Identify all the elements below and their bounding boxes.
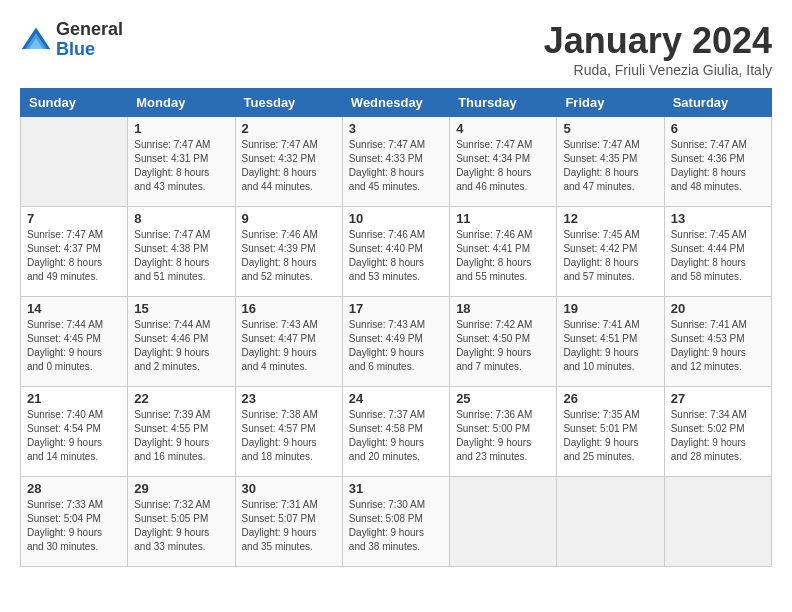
day-info: Sunrise: 7:47 AMSunset: 4:37 PMDaylight:… — [27, 228, 121, 284]
day-info: Sunrise: 7:41 AMSunset: 4:51 PMDaylight:… — [563, 318, 657, 374]
logo-blue: Blue — [56, 39, 95, 59]
day-number: 13 — [671, 211, 765, 226]
calendar-week-row: 21Sunrise: 7:40 AMSunset: 4:54 PMDayligh… — [21, 387, 772, 477]
day-info: Sunrise: 7:47 AMSunset: 4:35 PMDaylight:… — [563, 138, 657, 194]
day-number: 26 — [563, 391, 657, 406]
calendar-cell: 15Sunrise: 7:44 AMSunset: 4:46 PMDayligh… — [128, 297, 235, 387]
weekday-header: Wednesday — [342, 89, 449, 117]
calendar-cell: 28Sunrise: 7:33 AMSunset: 5:04 PMDayligh… — [21, 477, 128, 567]
day-info: Sunrise: 7:45 AMSunset: 4:42 PMDaylight:… — [563, 228, 657, 284]
calendar-cell: 9Sunrise: 7:46 AMSunset: 4:39 PMDaylight… — [235, 207, 342, 297]
day-number: 11 — [456, 211, 550, 226]
day-number: 14 — [27, 301, 121, 316]
day-number: 25 — [456, 391, 550, 406]
calendar-cell: 21Sunrise: 7:40 AMSunset: 4:54 PMDayligh… — [21, 387, 128, 477]
day-info: Sunrise: 7:43 AMSunset: 4:47 PMDaylight:… — [242, 318, 336, 374]
calendar-cell: 20Sunrise: 7:41 AMSunset: 4:53 PMDayligh… — [664, 297, 771, 387]
calendar-cell — [21, 117, 128, 207]
weekday-header: Saturday — [664, 89, 771, 117]
day-number: 9 — [242, 211, 336, 226]
day-info: Sunrise: 7:47 AMSunset: 4:32 PMDaylight:… — [242, 138, 336, 194]
day-info: Sunrise: 7:37 AMSunset: 4:58 PMDaylight:… — [349, 408, 443, 464]
calendar-cell: 5Sunrise: 7:47 AMSunset: 4:35 PMDaylight… — [557, 117, 664, 207]
calendar-cell: 14Sunrise: 7:44 AMSunset: 4:45 PMDayligh… — [21, 297, 128, 387]
calendar-cell: 26Sunrise: 7:35 AMSunset: 5:01 PMDayligh… — [557, 387, 664, 477]
calendar-cell: 23Sunrise: 7:38 AMSunset: 4:57 PMDayligh… — [235, 387, 342, 477]
day-info: Sunrise: 7:39 AMSunset: 4:55 PMDaylight:… — [134, 408, 228, 464]
day-info: Sunrise: 7:46 AMSunset: 4:39 PMDaylight:… — [242, 228, 336, 284]
day-info: Sunrise: 7:47 AMSunset: 4:34 PMDaylight:… — [456, 138, 550, 194]
day-info: Sunrise: 7:32 AMSunset: 5:05 PMDaylight:… — [134, 498, 228, 554]
calendar-cell: 11Sunrise: 7:46 AMSunset: 4:41 PMDayligh… — [450, 207, 557, 297]
day-number: 24 — [349, 391, 443, 406]
day-info: Sunrise: 7:31 AMSunset: 5:07 PMDaylight:… — [242, 498, 336, 554]
calendar-cell: 13Sunrise: 7:45 AMSunset: 4:44 PMDayligh… — [664, 207, 771, 297]
day-info: Sunrise: 7:38 AMSunset: 4:57 PMDaylight:… — [242, 408, 336, 464]
day-number: 7 — [27, 211, 121, 226]
calendar-week-row: 14Sunrise: 7:44 AMSunset: 4:45 PMDayligh… — [21, 297, 772, 387]
calendar-cell: 31Sunrise: 7:30 AMSunset: 5:08 PMDayligh… — [342, 477, 449, 567]
location-subtitle: Ruda, Friuli Venezia Giulia, Italy — [544, 62, 772, 78]
day-number: 2 — [242, 121, 336, 136]
day-info: Sunrise: 7:44 AMSunset: 4:45 PMDaylight:… — [27, 318, 121, 374]
day-info: Sunrise: 7:46 AMSunset: 4:41 PMDaylight:… — [456, 228, 550, 284]
day-number: 10 — [349, 211, 443, 226]
day-info: Sunrise: 7:47 AMSunset: 4:33 PMDaylight:… — [349, 138, 443, 194]
weekday-header: Tuesday — [235, 89, 342, 117]
calendar-week-row: 7Sunrise: 7:47 AMSunset: 4:37 PMDaylight… — [21, 207, 772, 297]
calendar-cell: 17Sunrise: 7:43 AMSunset: 4:49 PMDayligh… — [342, 297, 449, 387]
calendar-cell: 18Sunrise: 7:42 AMSunset: 4:50 PMDayligh… — [450, 297, 557, 387]
day-number: 15 — [134, 301, 228, 316]
day-number: 1 — [134, 121, 228, 136]
calendar-cell: 8Sunrise: 7:47 AMSunset: 4:38 PMDaylight… — [128, 207, 235, 297]
calendar-cell: 27Sunrise: 7:34 AMSunset: 5:02 PMDayligh… — [664, 387, 771, 477]
calendar-cell: 7Sunrise: 7:47 AMSunset: 4:37 PMDaylight… — [21, 207, 128, 297]
day-number: 27 — [671, 391, 765, 406]
calendar-cell: 19Sunrise: 7:41 AMSunset: 4:51 PMDayligh… — [557, 297, 664, 387]
calendar-cell: 22Sunrise: 7:39 AMSunset: 4:55 PMDayligh… — [128, 387, 235, 477]
calendar-cell: 4Sunrise: 7:47 AMSunset: 4:34 PMDaylight… — [450, 117, 557, 207]
day-info: Sunrise: 7:46 AMSunset: 4:40 PMDaylight:… — [349, 228, 443, 284]
day-number: 8 — [134, 211, 228, 226]
day-info: Sunrise: 7:47 AMSunset: 4:36 PMDaylight:… — [671, 138, 765, 194]
calendar-cell: 10Sunrise: 7:46 AMSunset: 4:40 PMDayligh… — [342, 207, 449, 297]
calendar-cell: 1Sunrise: 7:47 AMSunset: 4:31 PMDaylight… — [128, 117, 235, 207]
calendar-cell: 12Sunrise: 7:45 AMSunset: 4:42 PMDayligh… — [557, 207, 664, 297]
day-info: Sunrise: 7:45 AMSunset: 4:44 PMDaylight:… — [671, 228, 765, 284]
day-info: Sunrise: 7:33 AMSunset: 5:04 PMDaylight:… — [27, 498, 121, 554]
calendar-cell: 2Sunrise: 7:47 AMSunset: 4:32 PMDaylight… — [235, 117, 342, 207]
day-number: 29 — [134, 481, 228, 496]
title-block: January 2024 Ruda, Friuli Venezia Giulia… — [544, 20, 772, 78]
calendar-cell: 29Sunrise: 7:32 AMSunset: 5:05 PMDayligh… — [128, 477, 235, 567]
weekday-header-row: SundayMondayTuesdayWednesdayThursdayFrid… — [21, 89, 772, 117]
day-info: Sunrise: 7:47 AMSunset: 4:38 PMDaylight:… — [134, 228, 228, 284]
day-number: 31 — [349, 481, 443, 496]
calendar-cell: 3Sunrise: 7:47 AMSunset: 4:33 PMDaylight… — [342, 117, 449, 207]
day-info: Sunrise: 7:44 AMSunset: 4:46 PMDaylight:… — [134, 318, 228, 374]
day-number: 22 — [134, 391, 228, 406]
day-number: 20 — [671, 301, 765, 316]
day-info: Sunrise: 7:35 AMSunset: 5:01 PMDaylight:… — [563, 408, 657, 464]
calendar-cell — [557, 477, 664, 567]
calendar-cell: 16Sunrise: 7:43 AMSunset: 4:47 PMDayligh… — [235, 297, 342, 387]
day-number: 16 — [242, 301, 336, 316]
day-number: 3 — [349, 121, 443, 136]
day-number: 12 — [563, 211, 657, 226]
logo-general: General — [56, 19, 123, 39]
weekday-header: Thursday — [450, 89, 557, 117]
day-info: Sunrise: 7:34 AMSunset: 5:02 PMDaylight:… — [671, 408, 765, 464]
day-number: 21 — [27, 391, 121, 406]
calendar-cell — [450, 477, 557, 567]
weekday-header: Friday — [557, 89, 664, 117]
calendar-table: SundayMondayTuesdayWednesdayThursdayFrid… — [20, 88, 772, 567]
day-info: Sunrise: 7:43 AMSunset: 4:49 PMDaylight:… — [349, 318, 443, 374]
logo-icon — [20, 24, 52, 56]
calendar-week-row: 28Sunrise: 7:33 AMSunset: 5:04 PMDayligh… — [21, 477, 772, 567]
calendar-cell: 25Sunrise: 7:36 AMSunset: 5:00 PMDayligh… — [450, 387, 557, 477]
day-info: Sunrise: 7:40 AMSunset: 4:54 PMDaylight:… — [27, 408, 121, 464]
day-info: Sunrise: 7:41 AMSunset: 4:53 PMDaylight:… — [671, 318, 765, 374]
day-number: 30 — [242, 481, 336, 496]
month-title: January 2024 — [544, 20, 772, 62]
calendar-cell: 30Sunrise: 7:31 AMSunset: 5:07 PMDayligh… — [235, 477, 342, 567]
day-number: 5 — [563, 121, 657, 136]
